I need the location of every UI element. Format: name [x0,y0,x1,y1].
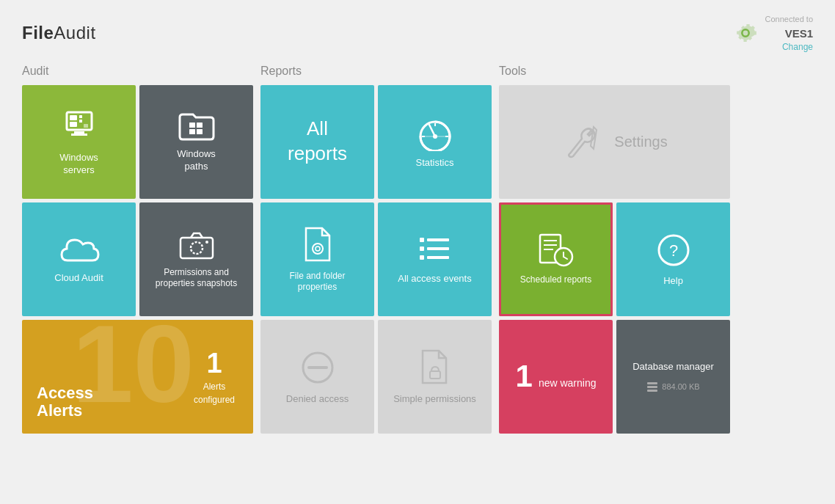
server-icon [59,106,99,146]
svg-rect-47 [647,382,657,384]
file-lock-icon [418,348,452,387]
database-manager-label: Database manager [632,361,714,373]
svg-text:?: ? [668,241,677,260]
svg-rect-3 [79,120,82,123]
svg-rect-10 [189,129,195,134]
wrench-icon [561,121,602,162]
logo-prefix: File [22,23,54,43]
reports-section: Reports Allreports [260,65,492,434]
file-gear-icon [300,225,335,265]
access-alerts-tile[interactable]: 10 AccessAlerts 1 Alertsconfigured [22,320,253,434]
logo-suffix: Audit [54,23,95,43]
settings-tile[interactable]: Settings [499,85,730,199]
svg-point-14 [205,241,208,244]
svg-rect-11 [197,129,203,134]
all-access-events-label: All access events [398,273,471,285]
main-content: Audit [0,61,835,441]
svg-rect-32 [420,255,424,260]
svg-rect-28 [420,238,424,242]
windows-servers-tile[interactable]: Windowsservers [22,85,136,199]
connected-to-label: Connected to [765,15,813,23]
no-entry-icon [298,348,338,387]
svg-rect-33 [427,256,449,259]
simple-permissions-label: Simple permissions [393,393,476,406]
audit-section: Audit [22,65,253,434]
warning-count: 1 [516,359,533,394]
svg-rect-31 [427,247,449,250]
permissions-snapshots-label: Permissions andproperties snapshots [156,267,237,290]
cloud-icon [57,234,101,266]
tools-title: Tools [499,65,730,78]
svg-rect-36 [430,371,440,379]
help-tile[interactable]: ? Help [616,202,730,316]
svg-rect-5 [74,131,84,134]
warning-count-row: 1 new warning [516,359,597,394]
warning-label: new warning [539,377,597,389]
tools-section: Tools Settings [499,65,730,434]
camera-icon [178,229,216,261]
svg-rect-12 [181,238,213,258]
scheduled-icon [536,232,577,269]
connection-info: Connected to VES1 Change [733,13,813,54]
gear-icon [733,21,758,45]
database-icon [646,381,658,392]
server-name: VES1 [765,26,813,41]
svg-rect-9 [197,123,203,128]
scheduled-reports-tile[interactable]: Scheduled reports [499,202,613,316]
windows-paths-tile[interactable]: Windowspaths [139,85,253,199]
question-icon: ? [654,231,693,269]
header: FileAudit Connected to VES1 Change [0,0,835,61]
simple-permissions-tile[interactable]: Simple permissions [378,320,492,434]
alerts-configured: 1 Alertsconfigured [194,348,235,406]
warning-tile[interactable]: 1 new warning [499,320,613,434]
db-size-label: 884.00 KB [662,382,699,391]
settings-label: Settings [614,134,667,150]
svg-point-23 [316,246,320,251]
file-folder-properties-label: File and folderproperties [289,271,345,293]
all-reports-label: Allreports [288,117,347,167]
reports-title: Reports [260,65,492,78]
statistics-tile[interactable]: Statistics [378,85,492,199]
cloud-audit-label: Cloud Audit [54,272,103,285]
windows-servers-label: Windowsservers [59,152,98,177]
all-reports-tile[interactable]: Allreports [260,85,374,199]
svg-rect-4 [70,122,77,127]
windows-paths-label: Windowspaths [177,148,216,173]
svg-point-13 [191,242,203,254]
db-size-row: 884.00 KB [646,381,699,392]
svg-rect-29 [427,238,449,241]
svg-point-18 [433,134,437,139]
folder-icon [177,110,216,142]
denied-access-label: Denied access [286,393,349,406]
svg-point-22 [313,244,323,254]
alerts-count: 1 [194,348,235,379]
access-alerts-content: AccessAlerts [37,384,93,420]
svg-rect-7 [84,124,88,128]
cloud-audit-tile[interactable]: Cloud Audit [22,202,136,316]
svg-rect-8 [189,123,195,128]
svg-rect-1 [70,115,77,120]
statistics-label: Statistics [415,157,453,169]
svg-rect-2 [79,115,82,118]
file-folder-properties-tile[interactable]: File and folderproperties [260,202,374,316]
access-alerts-title: AccessAlerts [37,384,93,420]
permissions-snapshots-tile[interactable]: Permissions andproperties snapshots [139,202,253,316]
alerts-configured-label: Alertsconfigured [194,381,235,405]
list-icon [417,233,453,267]
svg-rect-6 [71,134,87,136]
scheduled-reports-label: Scheduled reports [520,274,591,286]
svg-rect-30 [420,246,424,251]
sections-wrapper: Audit [22,65,813,434]
app-logo: FileAudit [22,23,96,43]
database-manager-tile[interactable]: Database manager 884.00 KB [616,320,730,434]
gauge-icon [415,114,456,151]
audit-title: Audit [22,65,253,78]
change-link[interactable]: Change [782,42,813,52]
denied-access-tile[interactable]: Denied access [260,320,374,434]
connection-text: Connected to VES1 Change [765,13,813,54]
svg-rect-48 [647,386,657,388]
help-label: Help [663,275,683,288]
svg-rect-49 [647,390,657,392]
all-access-events-tile[interactable]: All access events [378,202,492,316]
